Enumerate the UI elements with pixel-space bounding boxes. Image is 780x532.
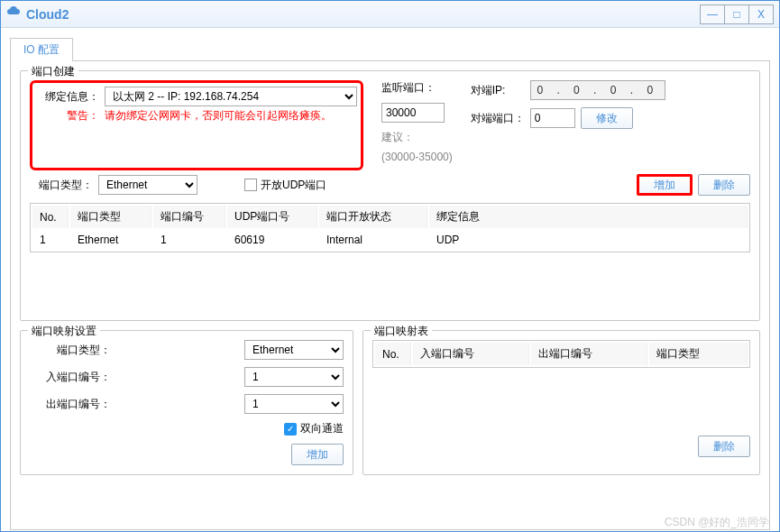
mapset-type-select[interactable]: Ethernet	[244, 340, 344, 360]
mcol-out: 出端口编号	[531, 343, 647, 365]
mapset-in-label: 入端口编号：	[30, 370, 111, 385]
mapset-out-select[interactable]: 1	[244, 394, 344, 414]
bind-highlight-box: 绑定信息： 以太网 2 -- IP: 192.168.74.254 警告： 请勿…	[30, 80, 363, 170]
listen-port-group: 监听端口： 建议： (30000-35000)	[381, 80, 453, 170]
warn-label: 警告：	[36, 108, 99, 124]
port-map-table-group: 端口映射表 No. 入端口编号 出端口编号 端口类型	[362, 330, 760, 475]
mcol-type: 端口类型	[649, 343, 748, 365]
suggest-label: 建议：	[381, 130, 414, 145]
bind-info-label: 绑定信息：	[36, 89, 99, 105]
port-create-legend: 端口创建	[28, 64, 78, 79]
mcol-in: 入端口编号	[413, 343, 529, 365]
tab-io-config[interactable]: IO 配置	[10, 38, 73, 61]
port-table: No. 端口类型 端口编号 UDP端口号 端口开放状态 绑定信息 1	[30, 203, 750, 252]
suggest-range: (30000-35000)	[381, 151, 453, 163]
watermark: CSDN @好的_浩同学	[665, 515, 769, 530]
mapset-in-select[interactable]: 1	[244, 367, 344, 387]
window-title: Cloud2	[26, 7, 69, 22]
col-status: 端口开放状态	[319, 206, 427, 228]
bidir-checkbox[interactable]: ✓ 双向通道	[284, 421, 344, 436]
minimize-button[interactable]: —	[700, 5, 725, 24]
listen-port-label: 监听端口：	[381, 80, 436, 96]
port-create-group: 端口创建 绑定信息： 以太网 2 -- IP: 192.168.74.254 警…	[20, 70, 760, 321]
add-port-button[interactable]: 增加	[637, 174, 693, 196]
delete-port-button[interactable]: 删除	[698, 174, 750, 196]
peer-ip-label: 对端IP:	[471, 83, 525, 98]
maptable-legend: 端口映射表	[371, 324, 432, 339]
app-logo-icon	[6, 5, 21, 23]
modify-button[interactable]: 修改	[581, 107, 633, 129]
peer-port-input[interactable]	[530, 108, 575, 128]
table-row[interactable]: 1 Ethernet 1 60619 Internal UDP	[32, 230, 748, 250]
maximize-button[interactable]: □	[724, 5, 749, 24]
peer-ip-input[interactable]: 0 . 0 . 0 . 0	[530, 80, 665, 100]
mapset-out-label: 出端口编号：	[30, 397, 111, 412]
col-num: 端口编号	[153, 206, 225, 228]
titlebar: Cloud2 — □ X	[1, 1, 779, 28]
close-button[interactable]: X	[748, 5, 774, 24]
mapset-type-label: 端口类型：	[30, 343, 111, 358]
col-bind: 绑定信息	[429, 206, 748, 228]
col-type: 端口类型	[70, 206, 151, 228]
peer-group: 对端IP: 0 . 0 . 0 . 0 对端端口： 修改	[471, 80, 665, 170]
port-map-settings-group: 端口映射设置 端口类型： Ethernet 入端口编号： 1 出端口编号：	[20, 330, 353, 475]
port-type-label: 端口类型：	[30, 178, 93, 193]
maptable-delete-button[interactable]: 删除	[698, 436, 750, 457]
check-icon: ✓	[284, 423, 297, 436]
col-no: No.	[32, 206, 69, 228]
warn-text: 请勿绑定公网网卡，否则可能会引起网络瘫痪。	[105, 108, 332, 124]
mcol-no: No.	[375, 343, 411, 365]
col-udp: UDP端口号	[227, 206, 317, 228]
bind-info-select[interactable]: 以太网 2 -- IP: 192.168.74.254	[105, 87, 357, 106]
open-udp-checkbox[interactable]: 开放UDP端口	[244, 178, 326, 193]
mapset-legend: 端口映射设置	[28, 324, 100, 339]
map-table: No. 入端口编号 出端口编号 端口类型	[372, 340, 750, 368]
checkbox-icon	[244, 179, 257, 191]
port-type-select[interactable]: Ethernet	[98, 175, 197, 195]
listen-port-input[interactable]	[381, 103, 445, 123]
peer-port-label: 对端端口：	[471, 111, 525, 126]
mapset-add-button[interactable]: 增加	[291, 444, 344, 465]
